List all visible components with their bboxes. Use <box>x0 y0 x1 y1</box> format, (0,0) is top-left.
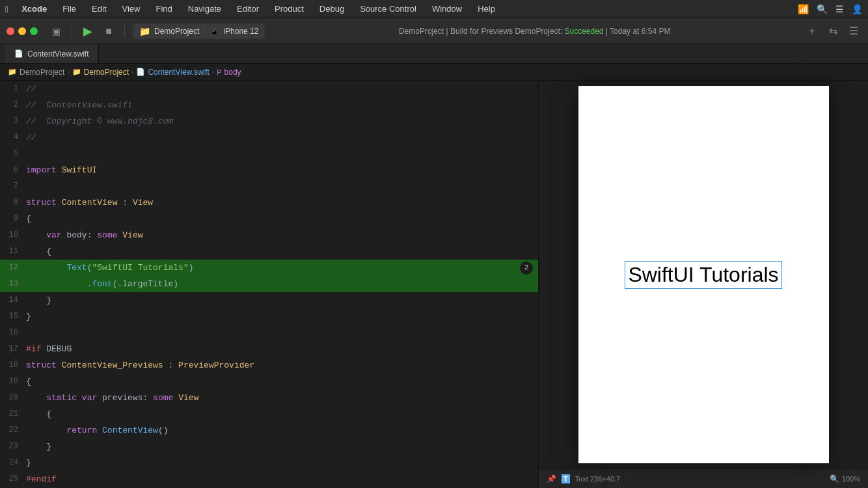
line-num-23: 23 <box>0 439 26 455</box>
line-num-15: 15 <box>0 308 26 325</box>
code-content-20: static var previews: some View <box>26 390 538 406</box>
device-icon: 📱 <box>210 27 219 36</box>
code-content-8: struct ContentView : View <box>26 195 538 211</box>
toolbar: ▣ ▶ ■ 📁 DemoProject › 📱 iPhone 12 DemoPr… <box>0 18 868 44</box>
line-num-19: 19 <box>0 373 26 390</box>
code-content-6: import SwiftUI <box>26 162 538 178</box>
pin-icon[interactable]: 📌 <box>547 474 556 483</box>
user-icon[interactable]: 👤 <box>852 4 863 14</box>
menu-xcode[interactable]: Xcode <box>19 3 49 15</box>
preview-device: SwiftUI Tutorials <box>578 86 829 463</box>
close-button[interactable] <box>7 27 14 35</box>
menu-source-control[interactable]: Source Control <box>357 3 419 15</box>
line-num-14: 14 <box>0 292 26 308</box>
sidebar-toggle-button[interactable]: ▣ <box>48 23 64 39</box>
menu-navigate[interactable]: Navigate <box>185 3 224 15</box>
zoom-icon: 🔍 <box>830 474 839 483</box>
code-line-8: 8 struct ContentView : View <box>0 195 538 211</box>
menubar:  Xcode File Edit View Find Navigate Edi… <box>0 0 868 18</box>
line-num-12: 12 <box>0 260 26 276</box>
line-num-24: 24 <box>0 455 26 471</box>
run-button[interactable]: ▶ <box>80 23 96 39</box>
code-content-24: } <box>26 455 538 471</box>
traffic-lights <box>7 27 38 35</box>
code-line-1: 1 // <box>0 81 538 97</box>
code-line-6: 6 import SwiftUI <box>0 162 538 178</box>
code-line-20: 20 static var previews: some View <box>0 390 538 406</box>
line-num-9: 9 <box>0 211 26 227</box>
breadcrumb-folder[interactable]: DemoProject <box>84 68 129 77</box>
breadcrumb-sep-1: › <box>67 68 69 75</box>
code-content-15: } <box>26 308 538 325</box>
code-content-21: { <box>26 406 538 422</box>
scheme-separator: › <box>203 27 206 36</box>
menu-help[interactable]: Help <box>475 3 498 15</box>
line-num-17: 17 <box>0 341 26 357</box>
code-line-16: 16 <box>0 325 538 341</box>
zoom-value: 100% <box>842 475 860 483</box>
code-line-21: 21 { <box>0 406 538 422</box>
breadcrumb-sep-2: › <box>131 68 133 75</box>
type-icon: T <box>562 474 570 483</box>
menu-debug[interactable]: Debug <box>317 3 347 15</box>
preview-canvas: SwiftUI Tutorials <box>539 81 868 468</box>
line-num-7: 7 <box>0 178 26 195</box>
code-content-4: // <box>26 129 538 146</box>
search-menu-icon[interactable]: 🔍 <box>817 4 828 14</box>
code-line-12: 12 Text("SwiftUI Tutorials") 2 <box>0 260 538 276</box>
tab-label: ContentView.swift <box>27 49 89 59</box>
code-line-25: 25 #endif <box>0 471 538 487</box>
menu-file[interactable]: File <box>60 3 79 15</box>
menu-window[interactable]: Window <box>429 3 465 15</box>
stop-button[interactable]: ■ <box>101 23 116 39</box>
menu-edit[interactable]: Edit <box>89 3 109 15</box>
code-content-18: struct ContentView_Previews : PreviewPro… <box>26 357 538 373</box>
line-num-8: 8 <box>0 195 26 211</box>
code-line-19: 19 { <box>0 373 538 390</box>
minimize-button[interactable] <box>18 27 26 35</box>
wifi-icon: 📶 <box>798 4 809 14</box>
breadcrumb-sep-3: › <box>212 68 214 75</box>
tabbar: 📄 ContentView.swift <box>0 44 868 64</box>
breadcrumb-file-icon: 📄 <box>136 68 145 76</box>
editor[interactable]: 1 // 2 // ContentView.swift 3 // Copyrig… <box>0 81 539 488</box>
maximize-button[interactable] <box>30 27 38 35</box>
code-content-19: { <box>26 373 538 390</box>
code-line-15: 15 } <box>0 308 538 325</box>
toolbar-right: + ⇆ ☰ <box>804 23 861 39</box>
code-line-18: 18 struct ContentView_Previews : Preview… <box>0 357 538 373</box>
code-area: 1 // 2 // ContentView.swift 3 // Copyrig… <box>0 81 538 487</box>
add-button[interactable]: + <box>804 23 820 39</box>
breadcrumb-file[interactable]: ContentView.swift <box>148 68 210 77</box>
scheme-selector[interactable]: 📁 DemoProject › 📱 iPhone 12 <box>133 23 265 39</box>
breadcrumb-project[interactable]: DemoProject <box>20 68 64 77</box>
project-icon: 📁 <box>139 26 150 36</box>
code-content-2: // ContentView.swift <box>26 97 538 113</box>
element-type-label: Text 236×40.7 <box>575 475 620 483</box>
preview-panel: SwiftUI Tutorials 📌 T Text 236×40.7 🔍 10… <box>539 81 868 488</box>
apple-menu[interactable]:  <box>5 4 8 14</box>
menu-view[interactable]: View <box>120 3 143 15</box>
line-num-25: 25 <box>0 471 26 487</box>
line-num-4: 4 <box>0 129 26 146</box>
code-content-23: } <box>26 439 538 455</box>
code-content-13: .font(.largeTitle) <box>26 276 538 292</box>
code-content-12: Text("SwiftUI Tutorials") <box>26 260 538 276</box>
menu-product[interactable]: Product <box>272 3 306 15</box>
menu-editor[interactable]: Editor <box>234 3 262 15</box>
menu-find[interactable]: Find <box>153 3 174 15</box>
control-center-icon[interactable]: ☰ <box>835 4 844 14</box>
line-num-5: 5 <box>0 146 26 162</box>
line-num-11: 11 <box>0 243 26 260</box>
layout-toggle-button[interactable]: ☰ <box>846 23 861 39</box>
code-line-13: 13 .font(.largeTitle) <box>0 276 538 292</box>
line-num-2: 2 <box>0 97 26 113</box>
code-line-5: 5 <box>0 146 538 162</box>
tab-contentview[interactable]: 📄 ContentView.swift <box>5 44 99 63</box>
build-status: DemoProject | Build for Previews DemoPro… <box>270 27 799 36</box>
breadcrumb-symbol[interactable]: body <box>224 68 241 77</box>
swift-file-icon: 📄 <box>14 49 23 58</box>
navigate-back-forward-button[interactable]: ⇆ <box>825 23 841 39</box>
code-line-22: 22 return ContentView() <box>0 422 538 439</box>
breakpoint-badge: 2 <box>520 262 533 275</box>
